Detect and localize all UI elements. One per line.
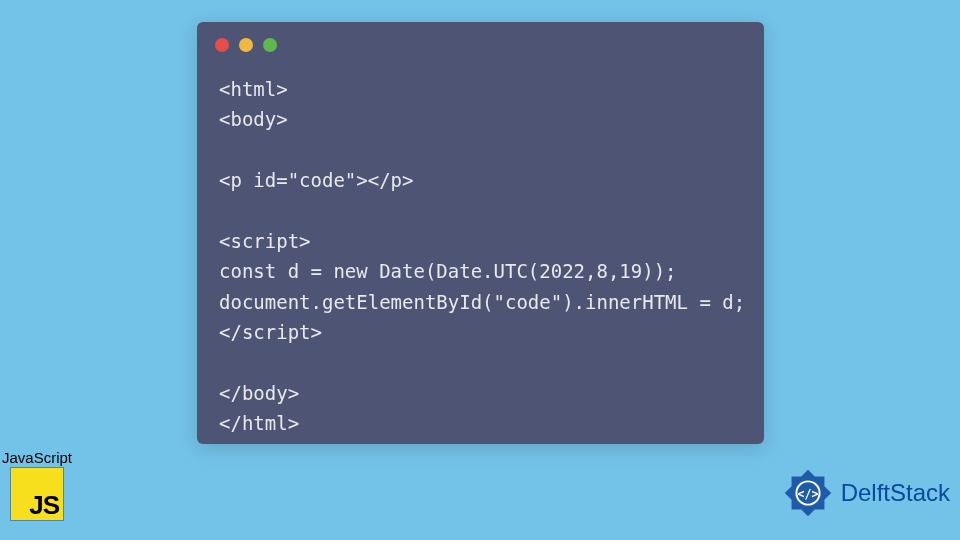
- window-controls: [197, 22, 764, 60]
- code-content: <html> <body> <p id="code"></p> <script>…: [197, 60, 764, 453]
- maximize-icon: [263, 38, 277, 52]
- javascript-badge: JavaScript JS: [2, 449, 72, 520]
- js-logo-icon: JS: [11, 468, 63, 520]
- delftstack-text: DelftStack: [841, 479, 950, 507]
- js-logo-text: JS: [29, 492, 59, 518]
- svg-text:</>: </>: [797, 487, 818, 501]
- minimize-icon: [239, 38, 253, 52]
- close-icon: [215, 38, 229, 52]
- delftstack-badge: </> DelftStack: [779, 464, 950, 522]
- delftstack-logo-icon: </>: [779, 464, 837, 522]
- js-label: JavaScript: [2, 449, 72, 466]
- code-window: <html> <body> <p id="code"></p> <script>…: [197, 22, 764, 444]
